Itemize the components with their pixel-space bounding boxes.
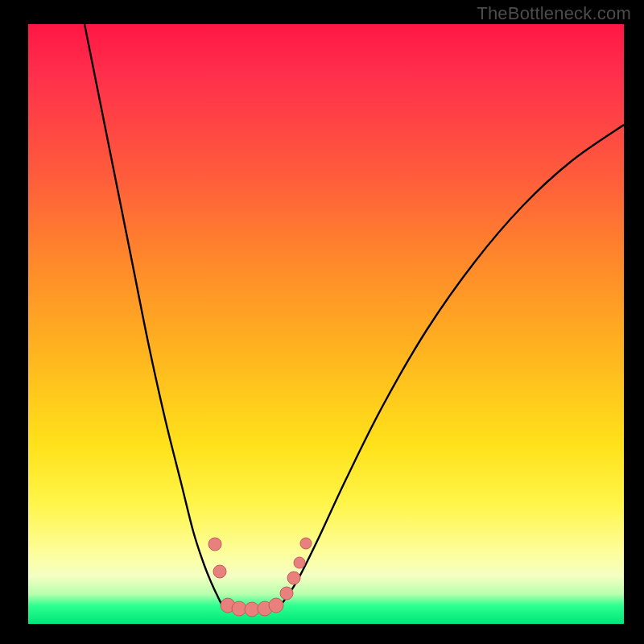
data-marker	[300, 538, 312, 549]
data-marker	[287, 572, 300, 584]
chart-frame: TheBottleneck.com	[0, 0, 644, 644]
bottleneck-curve	[85, 24, 624, 609]
data-marker	[245, 602, 259, 617]
data-marker	[208, 538, 221, 551]
data-marker	[294, 557, 305, 568]
data-marker	[213, 565, 226, 578]
chart-svg	[28, 24, 624, 624]
watermark-text: TheBottleneck.com	[477, 3, 631, 24]
data-marker	[232, 601, 246, 616]
data-marker	[269, 598, 283, 613]
data-markers	[208, 538, 312, 617]
data-marker	[280, 587, 293, 600]
plot-area	[28, 24, 624, 624]
